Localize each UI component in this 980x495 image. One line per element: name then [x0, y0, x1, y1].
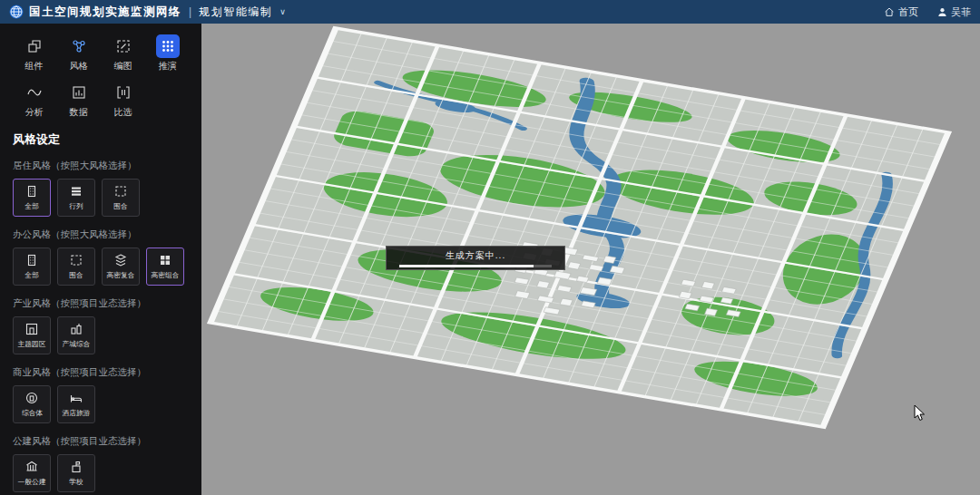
home-icon	[883, 5, 896, 18]
style-option-office-hd-combo[interactable]: 高密组合	[146, 248, 184, 286]
toolbar-item-label: 编图	[114, 60, 132, 73]
section-label: 办公风格（按照大风格选择）	[13, 228, 189, 241]
toolbar-item-data[interactable]: 数据	[57, 81, 100, 119]
map-viewport[interactable]: 生成方案中...	[201, 24, 980, 495]
toolbar-item-label: 风格	[70, 60, 88, 73]
enclosure-icon	[113, 184, 128, 199]
progress-fill	[399, 265, 534, 267]
style-option-residential-all[interactable]: 全部	[13, 179, 51, 217]
hotel-icon	[69, 391, 83, 405]
compare-icon	[115, 84, 132, 101]
style-icon	[71, 38, 87, 54]
style-section-residential: 居住风格（按照大风格选择） 全部 行列	[13, 160, 189, 217]
toolbar-item-label: 推演	[159, 60, 177, 73]
user-icon	[936, 6, 948, 18]
style-option-industry-city[interactable]: 产城综合	[57, 316, 95, 354]
toolbar-item-analysis[interactable]: 分析	[13, 81, 55, 119]
enclosure-icon	[69, 253, 83, 267]
toolbar-item-components[interactable]: 组件	[13, 34, 55, 73]
section-label: 产业风格（按照项目业态选择）	[13, 297, 189, 310]
user-menu[interactable]: 吴菲	[936, 5, 971, 19]
toolbar-item-label: 分析	[25, 106, 44, 119]
section-label: 居住风格（按照大风格选择）	[13, 160, 189, 172]
app-title: 国土空间规划实施监测网络	[29, 5, 181, 20]
grid-blocks-icon	[158, 253, 172, 267]
toolbar-item-simulate[interactable]: 推演	[146, 34, 189, 73]
building-icon	[24, 253, 39, 267]
style-option-residential-rows[interactable]: 行列	[57, 179, 95, 217]
simulate-icon	[156, 34, 180, 58]
components-icon	[26, 38, 43, 54]
style-option-general-public[interactable]: 一般公建	[13, 454, 51, 492]
school-icon	[69, 460, 83, 474]
panel-title: 风格设定	[13, 131, 189, 148]
complex-icon	[24, 391, 39, 405]
style-section-public: 公建风格（按照项目业态选择） 一般公建 学校	[13, 435, 189, 492]
user-name: 吴菲	[951, 5, 971, 19]
style-section-office: 办公风格（按照大风格选择） 全部 围合	[13, 228, 189, 286]
data-icon	[71, 84, 87, 101]
style-option-office-hd-mixed[interactable]: 高密复合	[102, 248, 140, 286]
style-option-office-all[interactable]: 全部	[13, 248, 51, 286]
toolbar-item-label: 数据	[70, 106, 88, 119]
chevron-down-icon[interactable]: ∨	[279, 7, 286, 16]
app-window: 国土空间规划实施监测网络 | 规划智能编制 ∨ 首页 吴菲	[0, 0, 980, 495]
map-edit-icon	[115, 38, 132, 54]
style-option-office-enclosed[interactable]: 围合	[57, 248, 95, 286]
style-option-hotel-tourism[interactable]: 酒店旅游	[57, 385, 95, 423]
style-option-residential-enclosed[interactable]: 围合	[102, 179, 140, 217]
module-title[interactable]: 规划智能编制	[199, 5, 272, 20]
toolbar-item-style[interactable]: 风格	[57, 34, 100, 73]
theme-park-icon	[24, 322, 39, 336]
city-map-3d[interactable]	[201, 24, 980, 495]
industry-city-icon	[69, 322, 83, 336]
module-toolbar: 组件 风格 编图	[13, 34, 189, 119]
topbar: 国土空间规划实施监测网络 | 规划智能编制 ∨ 首页 吴菲	[0, 0, 980, 24]
toolbar-item-compare[interactable]: 比选	[102, 81, 144, 119]
style-section-commercial: 商业风格（按照项目业态选择） 综合体 酒店旅游	[13, 366, 189, 423]
toolbar-item-label: 组件	[25, 60, 44, 73]
rows-icon	[69, 184, 83, 199]
style-option-theme-park[interactable]: 主题园区	[13, 316, 51, 354]
section-label: 公建风格（按照项目业态选择）	[13, 435, 189, 448]
sidebar: 组件 风格 编图	[0, 24, 201, 495]
loading-message: 生成方案中...	[446, 249, 505, 262]
style-option-school[interactable]: 学校	[57, 454, 95, 492]
analysis-icon	[26, 84, 43, 101]
public-building-icon	[24, 460, 39, 474]
style-option-mixed-complex[interactable]: 综合体	[13, 385, 51, 423]
toolbar-item-label: 比选	[114, 106, 132, 119]
home-label: 首页	[898, 5, 918, 19]
section-label: 商业风格（按照项目业态选择）	[13, 366, 189, 379]
loading-toast: 生成方案中...	[386, 246, 565, 270]
toolbar-item-map-edit[interactable]: 编图	[102, 34, 144, 73]
layers-icon	[113, 253, 128, 267]
mouse-cursor-icon	[914, 405, 926, 422]
building-icon	[24, 184, 39, 199]
home-link[interactable]: 首页	[883, 5, 918, 19]
title-divider: |	[189, 5, 191, 18]
style-section-industry: 产业风格（按照项目业态选择） 主题园区 产城综合	[13, 297, 189, 354]
app-logo-globe-icon	[9, 5, 24, 19]
progress-bar	[399, 265, 552, 267]
